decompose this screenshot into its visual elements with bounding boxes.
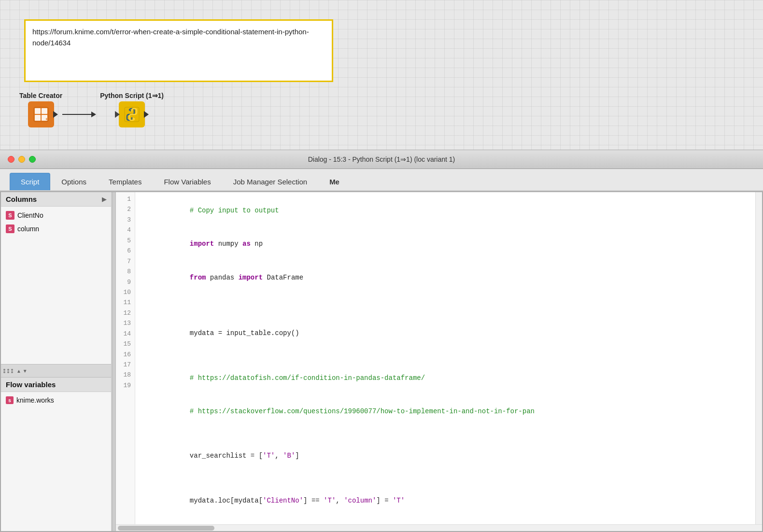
workflow-area: Table Creator + Python Script (1⇒1) [19,92,164,127]
table-creator-node[interactable]: Table Creator + [19,92,62,127]
tab-flow-variables[interactable]: Flow Variables [153,173,222,190]
tab-templates[interactable]: Templates [98,173,153,190]
traffic-lights [8,156,36,163]
code-content: 1 2 3 4 5 6 7 8 9 10 11 12 13 14 15 16 1 [116,192,762,524]
code-line-3: from pandas import DataFrame [141,261,749,294]
code-line-8: # https://datatofish.com/if-condition-in… [141,361,749,394]
line-numbers: 1 2 3 4 5 6 7 8 9 10 11 12 13 14 15 16 1 [116,192,135,524]
vertical-scrollbar[interactable] [755,192,762,524]
panel-section-divider[interactable]: ▲ ▼ [1,364,111,378]
code-str-t: 'T' [263,452,275,460]
main-content: Columns ▶ S ClientNo S column [0,191,763,532]
svg-point-8 [133,118,134,119]
code-kw-import2: import [239,274,263,281]
flow-variables-list: s knime.works [1,392,111,531]
divider-dot [3,371,5,373]
divider-dot [7,371,9,373]
horizontal-scrollbar[interactable] [116,524,762,531]
column-name: column [17,225,39,233]
line-num-6: 6 [116,246,135,256]
code-dataframe: DataFrame [263,274,303,281]
flow-var-item-knime[interactable]: s knime.works [1,394,111,406]
line-num-5: 5 [116,236,135,246]
tab-job-manager[interactable]: Job Manager Selection [222,173,318,190]
line-num-7: 7 [116,256,135,266]
python-output-port [144,111,149,118]
connector [62,112,96,117]
svg-rect-2 [42,108,47,114]
tab-script[interactable]: Script [10,173,50,190]
line-num-12: 12 [116,308,135,318]
code-line-14: mydata.loc[mydata['ClientNo'] == 'B', 'c… [141,518,749,524]
columns-label: Columns [6,195,37,203]
line-num-8: 8 [116,266,135,277]
divider-dot [11,371,13,373]
code-loc13c: , [336,497,344,504]
table-creator-label: Table Creator [19,92,62,99]
code-comment-8: # https://datatofish.com/if-condition-in… [190,374,425,382]
line-num-4: 4 [116,225,135,235]
code-line-4 [141,294,749,306]
code-loc13a: mydata.loc[mydata[ [190,497,263,504]
line-num-11: 11 [116,297,135,308]
maximize-button[interactable] [29,156,36,163]
code-editor: 1 2 3 4 5 6 7 8 9 10 11 12 13 14 15 16 1 [116,192,762,531]
canvas-area: https://forum.knime.com/t/error-when-cre… [0,0,763,150]
code-pandas: pandas [206,274,238,281]
line-num-17: 17 [116,360,135,370]
column-type-badge: S [6,224,14,233]
svg-rect-1 [35,108,41,114]
flow-variables-header: Flow variables [1,378,111,392]
line-num-3: 3 [116,215,135,225]
code-str-clientno13: 'ClientNo' [263,497,303,504]
code-line-7 [141,350,749,361]
tab-me[interactable]: Me [318,173,351,190]
column-item-clientno[interactable]: S ClientNo [1,209,111,222]
divider-arrows: ▲ ▼ [16,368,28,374]
python-script-icon[interactable] [119,101,145,127]
tab-options[interactable]: Options [50,173,98,190]
column-item-column[interactable]: S column [1,222,111,236]
svg-text:+: + [45,117,48,122]
code-line-13: mydata.loc[mydata['ClientNo'] == 'T', 'c… [141,484,749,517]
scrollbar-thumb[interactable] [118,526,214,531]
tab-bar: Script Options Templates Flow Variables … [0,169,763,191]
table-creator-svg: + [33,106,49,123]
code-line-1: # Copy input to output [141,194,749,227]
url-text: https://forum.knime.com/t/error-when-cre… [32,28,309,47]
code-loc13d: ] = [376,497,393,504]
code-line-5 [141,306,749,317]
svg-rect-3 [35,115,41,121]
python-input-port [115,111,120,118]
url-box: https://forum.knime.com/t/error-when-cre… [24,19,333,82]
table-creator-icon[interactable]: + [28,101,54,127]
code-str-t13: 'T' [324,497,336,504]
divider-dot [3,369,5,371]
code-line-10 [141,428,749,439]
line-num-19: 19 [116,380,135,391]
code-comment-1: # Copy input to output [190,207,279,214]
dialog-title: Dialog - 15:3 - Python Script (1⇒1) (loc… [308,155,455,163]
flow-variables-label: Flow variables [6,380,56,389]
clientno-type-badge: S [6,211,14,220]
minimize-button[interactable] [18,156,25,163]
code-bracket-end: ] [295,452,299,460]
line-num-10: 10 [116,287,135,297]
resize-handle[interactable] [112,192,116,531]
columns-collapse-arrow[interactable]: ▶ [102,196,106,203]
close-button[interactable] [8,156,14,163]
line-num-2: 2 [116,204,135,214]
code-line-12 [141,473,749,484]
title-bar: Dialog - 15:3 - Python Script (1⇒1) (loc… [0,150,763,169]
clientno-name: ClientNo [17,211,43,219]
line-num-1: 1 [116,194,135,204]
code-str-col13: 'column' [344,497,376,504]
line-num-14: 14 [116,329,135,339]
divider-dot [11,369,13,371]
left-panel: Columns ▶ S ClientNo S column [1,192,112,531]
code-kw-from: from [190,274,206,281]
code-lines[interactable]: # Copy input to output import numpy as n… [135,192,755,524]
code-numpy: numpy [214,240,242,248]
code-str-b: 'B' [283,452,295,460]
python-script-node[interactable]: Python Script (1⇒1) [100,92,164,127]
